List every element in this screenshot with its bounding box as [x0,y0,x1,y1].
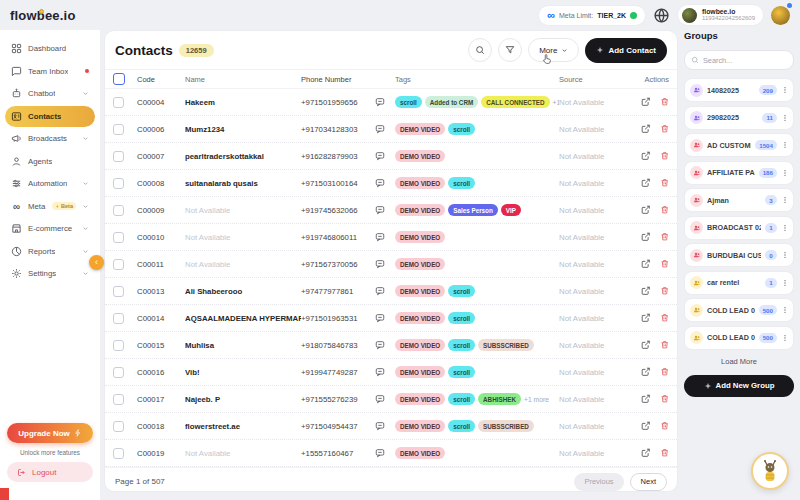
table-row[interactable]: C00009 Not Available +919745632066 DEMO … [105,197,677,224]
sidebar-item-team-inbox[interactable]: Team Inbox [5,61,95,82]
chat-bubble-icon[interactable] [375,259,395,269]
kebab-menu-icon[interactable] [781,279,789,287]
row-checkbox[interactable] [113,97,124,108]
table-row[interactable]: C00011 Not Available +971567370056 DEMO … [105,251,677,278]
group-item[interactable]: 14082025 209 [684,78,794,102]
group-item[interactable]: BROADCAST 020... 1 [684,216,794,240]
kebab-menu-icon[interactable] [781,114,789,122]
kebab-menu-icon[interactable] [781,306,789,314]
sidebar-item-meta-ads[interactable]: ∞ Meta Ads Beta [5,196,95,217]
chat-bubble-icon[interactable] [375,205,395,215]
row-checkbox[interactable] [113,151,124,162]
open-contact-icon[interactable] [641,421,651,431]
row-checkbox[interactable] [113,421,124,432]
group-item[interactable]: AFFILIATE PART... 186 [684,161,794,185]
row-checkbox[interactable] [113,205,124,216]
open-contact-icon[interactable] [641,232,651,242]
open-contact-icon[interactable] [641,178,651,188]
group-item[interactable]: COLD LEAD 091... 500 [684,298,794,322]
delete-icon[interactable] [660,151,670,161]
chat-bubble-icon[interactable] [375,232,395,242]
open-contact-icon[interactable] [641,151,651,161]
table-row[interactable]: C00013 Ali Shabeerooo +97477977861 DEMO … [105,278,677,305]
sidebar-collapse-button[interactable]: ‹ [89,255,104,270]
row-checkbox[interactable] [113,259,124,270]
delete-icon[interactable] [660,421,670,431]
table-row[interactable]: C00016 Vib! +919947749287 DEMO VIDEO scr… [105,359,677,386]
group-item[interactable]: 29082025 11 [684,106,794,130]
globe-icon[interactable] [653,7,670,24]
next-button[interactable]: Next [630,473,667,491]
open-contact-icon[interactable] [641,340,651,350]
sidebar-item-settings[interactable]: Settings [5,263,95,284]
previous-button[interactable]: Previous [574,473,623,491]
table-row[interactable]: C00006 Mumz1234 +917034128303 DEMO VIDEO… [105,116,677,143]
sidebar-item-reports[interactable]: Reports [5,241,95,262]
kebab-menu-icon[interactable] [781,224,789,232]
open-contact-icon[interactable] [641,448,651,458]
open-contact-icon[interactable] [641,124,651,134]
chat-bubble-icon[interactable] [375,178,395,188]
table-row[interactable]: C00007 pearltraderskottakkal +9162828799… [105,143,677,170]
table-row[interactable]: C00014 AQSAALMADEENA HYPERMARKET +971501… [105,305,677,332]
group-item[interactable]: car rentel 1 [684,271,794,295]
logout-button[interactable]: Logout [7,462,93,482]
row-checkbox[interactable] [113,178,124,189]
open-contact-icon[interactable] [641,259,651,269]
search-button[interactable] [468,38,492,62]
bee-chat-widget[interactable] [751,452,789,490]
delete-icon[interactable] [660,340,670,350]
chat-bubble-icon[interactable] [375,340,395,350]
kebab-menu-icon[interactable] [781,251,789,259]
open-contact-icon[interactable] [641,394,651,404]
sidebar-item-contacts[interactable]: Contacts [5,106,95,127]
group-item[interactable]: BURDUBAI CUST... 0 [684,243,794,267]
delete-icon[interactable] [660,286,670,296]
kebab-menu-icon[interactable] [781,196,789,204]
kebab-menu-icon[interactable] [781,169,789,177]
kebab-menu-icon[interactable] [781,334,789,342]
chat-bubble-icon[interactable] [375,394,395,404]
group-item[interactable]: COLD LEAD 091... 500 [684,326,794,350]
chat-bubble-icon[interactable] [375,286,395,296]
groups-search[interactable] [684,50,794,70]
sidebar-item-automation[interactable]: Automation [5,173,95,194]
table-row[interactable]: C00015 Muhlisa +918075846783 DEMO VIDEO … [105,332,677,359]
sidebar-item-broadcasts[interactable]: Broadcasts [5,128,95,149]
delete-icon[interactable] [660,232,670,242]
group-item[interactable]: Ajman 3 [684,188,794,212]
open-contact-icon[interactable] [641,97,651,107]
upgrade-now-button[interactable]: Upgrade Now [7,423,93,443]
add-new-group-button[interactable]: Add New Group [684,375,794,397]
delete-icon[interactable] [660,178,670,188]
row-checkbox[interactable] [113,124,124,135]
kebab-menu-icon[interactable] [781,141,789,149]
more-button[interactable]: More [528,38,579,62]
row-checkbox[interactable] [113,340,124,351]
filter-button[interactable] [498,38,522,62]
delete-icon[interactable] [660,313,670,323]
row-checkbox[interactable] [113,367,124,378]
chat-bubble-icon[interactable] [375,313,395,323]
delete-icon[interactable] [660,367,670,377]
open-contact-icon[interactable] [641,313,651,323]
table-row[interactable]: C00018 flowerstreet.ae +971504954437 DEM… [105,413,677,440]
sidebar-item-agents[interactable]: Agents [5,151,95,172]
open-contact-icon[interactable] [641,367,651,377]
group-item[interactable]: AD CUSTOME... 1504 [684,133,794,157]
delete-icon[interactable] [660,448,670,458]
chat-bubble-icon[interactable] [375,448,395,458]
chat-bubble-icon[interactable] [375,97,395,107]
groups-search-input[interactable] [703,56,787,65]
chat-bubble-icon[interactable] [375,367,395,377]
delete-icon[interactable] [660,124,670,134]
select-all-checkbox[interactable] [113,73,125,85]
delete-icon[interactable] [660,205,670,215]
row-checkbox[interactable] [113,313,124,324]
table-row[interactable]: C00008 sultanalarab qusais +971503100164… [105,170,677,197]
table-row[interactable]: C00004 Hakeem +971501959656 scroll Added… [105,89,677,116]
row-checkbox[interactable] [113,394,124,405]
chat-bubble-icon[interactable] [375,151,395,161]
delete-icon[interactable] [660,394,670,404]
sidebar-item-ecommerce[interactable]: E-commerce [5,218,95,239]
